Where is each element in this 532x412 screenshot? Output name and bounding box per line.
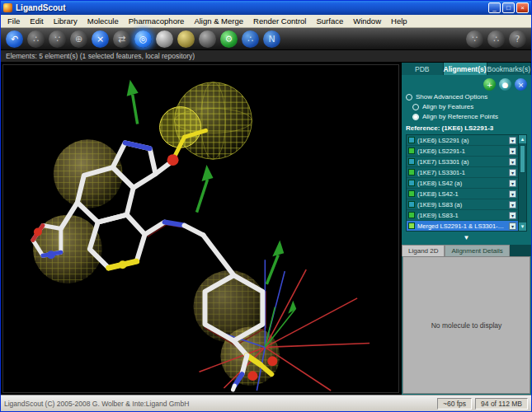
molecule-type-icon <box>408 137 415 143</box>
main-toolbar: ↶ ∴ ∵ ⊕ × ⇄ ◎ ● ● ● ⚙ ∴ N ∵ ∴ ? <box>1 28 531 50</box>
compass-button[interactable]: N <box>263 30 280 48</box>
sphere-medium-button[interactable]: ● <box>177 30 195 48</box>
help-button[interactable]: ? <box>509 30 526 48</box>
list-item-label: (1KE6) LS2291 (a) <box>417 137 506 144</box>
row-visibility-toggle[interactable]: ▾ <box>509 137 516 144</box>
panel-tab-bar: PDB Alignment(s) Bookmarks(s) <box>402 63 531 75</box>
menu-window[interactable]: Window <box>348 16 386 26</box>
option-align-by-features[interactable]: Align by Features <box>412 103 527 110</box>
list-item-label: (1KE9) LS83-1 <box>417 212 506 219</box>
align-button[interactable]: ⇄ <box>113 30 130 48</box>
refresh-alignment-button[interactable]: ● <box>499 78 511 91</box>
undo-button[interactable]: ↶ <box>6 30 23 48</box>
title-bar[interactable]: LigandScout _ □ × <box>1 1 531 15</box>
library-button[interactable]: ∵ <box>466 30 483 48</box>
tab-pdb[interactable]: PDB <box>402 63 444 75</box>
detail-tab-bar: Ligand 2D Alignment Details <box>402 245 531 256</box>
row-visibility-toggle[interactable]: ▾ <box>509 190 516 198</box>
settings-gear-button[interactable]: ⚙ <box>220 30 238 48</box>
sphere-small-button[interactable]: ● <box>156 30 173 48</box>
rings-button[interactable]: ∴ <box>487 30 505 48</box>
menu-help[interactable]: Help <box>386 16 412 26</box>
molecule-type-icon <box>408 169 415 176</box>
molecule-scene[interactable] <box>3 65 398 392</box>
tab-ligand-2d[interactable]: Ligand 2D <box>402 245 445 256</box>
option-align-by-reference-points[interactable]: Align by Reference Points <box>412 113 527 120</box>
close-alignment-button[interactable]: × <box>515 78 527 91</box>
row-visibility-toggle[interactable]: ▾ <box>509 201 516 208</box>
fragment-button[interactable]: ∵ <box>49 30 66 48</box>
list-item-label: (1KE6) LS2291-1 <box>417 147 506 155</box>
molecule-type-icon <box>408 147 415 154</box>
list-item[interactable]: (1KE6) LS2291-1 ▾ <box>407 146 518 157</box>
option-label: Show Advanced Options <box>416 93 487 101</box>
list-scrollbar[interactable]: ▲ ▼ <box>518 135 526 231</box>
cancel-button[interactable]: × <box>92 30 109 48</box>
sphere-large-button[interactable]: ● <box>199 30 216 48</box>
alignment-panel-body: + ● × Show Advanced Options Align by Fea… <box>402 75 531 244</box>
pharmacophore-button[interactable]: ⊕ <box>70 30 87 48</box>
list-item-label: (1KE8) LS42 (a) <box>417 180 506 187</box>
list-item[interactable]: (1KE8) LS42-1 ▾ <box>407 189 518 199</box>
molecule-type-icon <box>408 222 415 229</box>
menu-molecule[interactable]: Molecule <box>82 16 124 26</box>
molecule-type-icon <box>408 201 415 208</box>
ligand-2d-view: No molecule to display <box>403 256 530 394</box>
menu-render-control[interactable]: Render Control <box>248 16 311 26</box>
list-item[interactable]: (1KE7) LS3301-1 ▾ <box>407 167 518 178</box>
scroll-up-arrow[interactable]: ▲ <box>519 135 526 143</box>
radio-icon <box>412 104 419 110</box>
radio-icon <box>406 94 412 101</box>
main-area: PDB Alignment(s) Bookmarks(s) + ● × Show… <box>1 63 531 395</box>
alignment-list: (1KE6) LS2291 (a) ▾ (1KE6) LS2291-1 ▾ (1… <box>406 134 527 232</box>
molecule-type-icon <box>408 190 415 197</box>
row-visibility-toggle[interactable]: ▾ <box>509 147 516 155</box>
list-item[interactable]: (1KE8) LS42 (a) ▾ <box>407 178 518 189</box>
list-item[interactable]: (1KE7) LS3301 (a) ▾ <box>407 157 518 167</box>
copyright-text: LigandScout (C) 2005-2008 G. Wolber & In… <box>4 400 434 408</box>
option-label: Align by Reference Points <box>422 113 498 120</box>
list-item-selected[interactable]: Merged LS2291-1 & LS3301-1 1.15 ▾ <box>407 221 518 231</box>
close-button[interactable]: × <box>516 2 529 13</box>
app-icon <box>3 3 12 12</box>
row-visibility-toggle[interactable]: ▾ <box>509 180 516 187</box>
tab-bookmarks[interactable]: Bookmarks(s) <box>487 63 531 75</box>
scroll-thumb[interactable] <box>520 145 525 173</box>
menu-edit[interactable]: Edit <box>25 16 48 26</box>
list-item[interactable]: (1KE6) LS2291 (a) ▾ <box>407 135 518 146</box>
row-visibility-toggle[interactable]: ▾ <box>509 169 516 176</box>
molecule-button[interactable]: ∴ <box>27 30 45 48</box>
menu-surface[interactable]: Surface <box>311 16 348 26</box>
alignment-rows: (1KE6) LS2291 (a) ▾ (1KE6) LS2291-1 ▾ (1… <box>407 135 518 231</box>
menu-file[interactable]: File <box>2 16 25 26</box>
menu-library[interactable]: Library <box>49 16 82 26</box>
focus-button[interactable]: ◎ <box>134 30 152 48</box>
tab-alignment-details[interactable]: Alignment Details <box>445 245 509 256</box>
reference-label: Reference: (1KE6) LS2291-3 <box>406 124 527 132</box>
scroll-down-arrow[interactable]: ▼ <box>519 222 526 231</box>
elements-status-text: Elements: 5 element(s) (1 selected featu… <box>6 52 195 60</box>
menu-pharmacophore[interactable]: Pharmacophore <box>124 16 190 26</box>
expand-list-arrow[interactable]: ▼ <box>406 234 527 242</box>
tab-alignment[interactable]: Alignment(s) <box>444 63 487 75</box>
molecule-type-icon <box>408 212 415 218</box>
list-item[interactable]: (1KE9) LS83 (a) ▾ <box>407 199 518 210</box>
status-bar: LigandScout (C) 2005-2008 G. Wolber & In… <box>1 395 531 411</box>
viewport-3d[interactable] <box>2 64 399 393</box>
option-show-advanced[interactable]: Show Advanced Options <box>406 93 527 101</box>
molecule-type-icon <box>408 180 415 186</box>
scroll-track[interactable] <box>519 175 526 222</box>
row-visibility-toggle[interactable]: ▾ <box>509 222 516 230</box>
row-visibility-toggle[interactable]: ▾ <box>509 158 516 166</box>
minimize-button[interactable]: _ <box>488 2 501 13</box>
network-button[interactable]: ∴ <box>242 30 259 48</box>
memory-indicator[interactable]: 94 of 112 MB <box>475 398 528 410</box>
menu-align-merge[interactable]: Align & Merge <box>189 16 248 26</box>
alignment-panel: PDB Alignment(s) Bookmarks(s) + ● × Show… <box>401 63 531 395</box>
list-item-label: (1KE9) LS83 (a) <box>417 201 506 208</box>
maximize-button[interactable]: □ <box>502 2 515 13</box>
list-item[interactable]: (1KE9) LS83-1 ▾ <box>407 210 518 221</box>
list-item-label: (1KE8) LS42-1 <box>417 190 506 198</box>
row-visibility-toggle[interactable]: ▾ <box>509 212 516 219</box>
apply-alignment-button[interactable]: + <box>483 78 496 91</box>
